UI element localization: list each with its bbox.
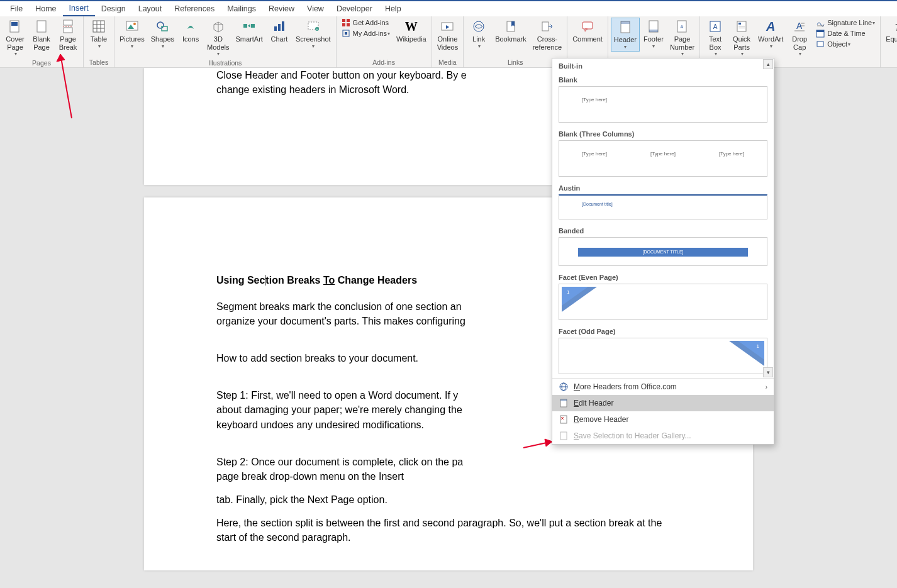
- signature-label: Signature Line: [827, 19, 872, 26]
- gallery-label-austin: Austin: [552, 180, 774, 194]
- calendar-icon: [816, 29, 825, 38]
- svg-rect-2: [37, 21, 46, 32]
- more-headers-action[interactable]: More Headers from Office.com ›: [552, 379, 774, 395]
- svg-rect-24: [282, 21, 284, 31]
- tab-home[interactable]: Home: [29, 1, 62, 16]
- page-number-button[interactable]: #Page Number▾: [667, 18, 697, 58]
- tab-help[interactable]: Help: [379, 1, 408, 16]
- comment-button[interactable]: Comment: [570, 18, 605, 45]
- scroll-down-arrow[interactable]: ▾: [763, 367, 773, 377]
- my-addins-label: My Add-ins: [353, 30, 387, 37]
- shapes-icon: [155, 19, 170, 34]
- screenshot-button[interactable]: +Screenshot▾: [293, 18, 333, 50]
- signature-line-button[interactable]: Signature Line▾: [813, 18, 878, 28]
- tab-references[interactable]: References: [168, 1, 221, 16]
- page-number-label: Page Number: [670, 35, 694, 51]
- scroll-up-arrow[interactable]: ▴: [763, 59, 773, 69]
- tab-developer[interactable]: Developer: [330, 1, 379, 16]
- object-label: Object: [827, 40, 847, 48]
- gallery-item-blank[interactable]: [Type here]: [559, 86, 767, 123]
- screenshot-icon: +: [306, 19, 321, 34]
- svg-rect-3: [64, 20, 72, 25]
- shapes-button[interactable]: Shapes▾: [148, 18, 177, 50]
- pictures-button[interactable]: Pictures▾: [117, 18, 147, 50]
- equation-button[interactable]: πEquation▾: [883, 18, 897, 50]
- pictures-icon: [125, 19, 140, 34]
- gallery-scroll[interactable]: ▴ Built-in Blank [Type here] Blank (Thre…: [552, 58, 774, 378]
- crossref-icon: [540, 19, 555, 34]
- svg-rect-31: [347, 23, 350, 26]
- gallery-section-builtin: Built-in: [552, 58, 774, 72]
- thumb-placeholder: [Type here]: [582, 97, 607, 103]
- svg-rect-23: [278, 24, 281, 31]
- remove-header-action[interactable]: Remove Header: [552, 411, 774, 428]
- gallery-item-facet-odd[interactable]: 1: [559, 338, 767, 374]
- tab-insert[interactable]: Insert: [63, 1, 95, 16]
- bookmark-button[interactable]: Bookmark: [493, 18, 529, 45]
- tab-file[interactable]: File: [4, 1, 29, 16]
- online-videos-button[interactable]: Online Videos: [435, 18, 460, 52]
- object-button[interactable]: Object▾: [813, 39, 878, 49]
- quick-parts-button[interactable]: Quick Parts▾: [729, 18, 754, 58]
- my-addins-button[interactable]: My Add-ins▾: [339, 28, 393, 38]
- tab-layout[interactable]: Layout: [132, 1, 169, 16]
- svg-rect-66: [560, 399, 567, 401]
- tab-review[interactable]: Review: [262, 1, 301, 16]
- icons-button[interactable]: Icons: [178, 18, 203, 45]
- quick-parts-icon: [734, 19, 749, 34]
- gallery-item-austin[interactable]: [Document title]: [559, 194, 767, 219]
- page-break-button[interactable]: Page Break: [55, 18, 81, 52]
- gallery-item-facet-even[interactable]: 1: [559, 284, 767, 320]
- gallery-item-banded[interactable]: [DOCUMENT TITLE]: [559, 237, 767, 266]
- text-box-icon: A: [708, 19, 723, 34]
- group-symbols-label: Symbols: [883, 57, 897, 67]
- remove-header-icon: [559, 414, 569, 424]
- svg-rect-53: [738, 28, 745, 28]
- cover-page-button[interactable]: Cover Page▾: [3, 18, 28, 58]
- bookmark-label: Bookmark: [495, 35, 526, 43]
- chart-button[interactable]: Chart: [267, 18, 292, 45]
- para-final: Here, the section split is between the f…: [216, 516, 681, 545]
- thumb-band: [DOCUMENT TITLE]: [578, 248, 748, 257]
- group-illustrations-label: Illustrations: [117, 58, 333, 68]
- blank-page-label: Blank Page: [33, 35, 50, 51]
- link-icon: [471, 19, 486, 34]
- smartart-button[interactable]: SmartArt: [233, 18, 265, 45]
- svg-rect-20: [251, 24, 255, 28]
- save-gallery-icon: [559, 431, 569, 441]
- wordart-icon: A: [763, 19, 778, 34]
- gallery-label-blank: Blank: [552, 72, 774, 86]
- para-step2: Step 2: Once our document is complete, c…: [216, 455, 681, 484]
- link-button[interactable]: Link▾: [466, 18, 491, 50]
- wordart-button[interactable]: AWordArt▾: [755, 18, 786, 50]
- link-label: Link: [472, 35, 485, 43]
- text-box-label: Text Box: [709, 35, 722, 51]
- date-time-button[interactable]: Date & Time: [813, 28, 878, 38]
- gallery-item-blank3[interactable]: [Type here] [Type here] [Type here]: [559, 140, 767, 177]
- footer-button[interactable]: Footer▾: [641, 18, 666, 50]
- save-selection-label: Save Selection to Header Gallery...: [574, 431, 691, 440]
- text-box-button[interactable]: AText Box▾: [703, 18, 728, 58]
- get-addins-button[interactable]: Get Add-ins: [339, 18, 393, 28]
- equation-icon: π: [892, 19, 897, 34]
- group-tables: Table▾ Tables: [84, 16, 114, 67]
- edit-header-action[interactable]: Edit Header: [552, 395, 774, 411]
- save-selection-action: Save Selection to Header Gallery...: [552, 428, 774, 444]
- table-button[interactable]: Table▾: [86, 18, 111, 50]
- drop-cap-button[interactable]: ADrop Cap▾: [787, 18, 812, 58]
- wordart-label: WordArt: [758, 35, 783, 43]
- crossref-button[interactable]: Cross- reference: [530, 18, 564, 52]
- tab-design[interactable]: Design: [95, 1, 132, 16]
- get-addins-label: Get Add-ins: [353, 19, 389, 26]
- comment-icon: [580, 19, 595, 34]
- tab-mailings[interactable]: Mailings: [221, 1, 262, 16]
- blank-page-button[interactable]: Blank Page: [29, 18, 54, 52]
- wikipedia-button[interactable]: WWikipedia: [394, 18, 429, 45]
- blank-page-icon: [34, 19, 49, 34]
- tab-view[interactable]: View: [301, 1, 330, 16]
- svg-rect-70: [560, 432, 567, 440]
- header-gallery-dropdown: ▴ Built-in Blank [Type here] Blank (Thre…: [552, 58, 774, 445]
- header-button[interactable]: Header▾: [611, 18, 640, 52]
- 3d-models-button[interactable]: 3D Models▾: [204, 18, 231, 58]
- chevron-right-icon: ›: [766, 384, 767, 391]
